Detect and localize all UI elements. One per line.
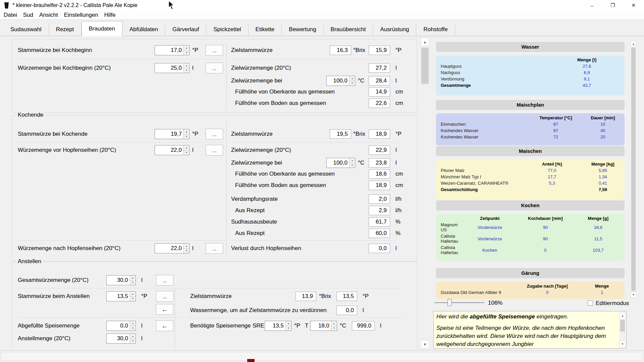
more-button[interactable]: ... — [156, 275, 173, 286]
gesamtwuerzemenge-spinbox[interactable]: 30,0 ▲▼ — [106, 275, 136, 285]
ziel-brix-field[interactable]: 13,9 — [296, 292, 316, 301]
value-field[interactable]: 2,0 — [369, 194, 390, 204]
value-field[interactable]: 999,0 — [352, 321, 375, 330]
unit-label: °Brix — [353, 131, 365, 137]
field-label: Gesamtwürzemenge (20°C) — [18, 277, 89, 284]
tab-etikette[interactable]: Etikette — [249, 23, 282, 36]
scroll-up-icon[interactable]: ▲ — [421, 38, 429, 46]
value-field[interactable]: 22,9 — [369, 145, 390, 155]
scrollbar-thumb[interactable] — [421, 48, 429, 84]
spin-down-icon: ▼ — [130, 280, 136, 285]
separator — [18, 142, 226, 142]
spin-value: 100,0 — [327, 76, 349, 85]
mouse-cursor — [168, 0, 175, 12]
sre-spinbox[interactable]: 13,5 ▲▼ — [265, 321, 291, 331]
scroll-down-icon[interactable]: ▼ — [620, 340, 626, 348]
value-field[interactable]: 27,2 — [369, 63, 390, 73]
cell-value: 7,59 — [581, 186, 625, 193]
table-total-row: Gesamtmenge43,7 — [436, 82, 625, 88]
tab-bewertung[interactable]: Bewertung — [282, 23, 323, 36]
value-field[interactable]: 60,0 — [369, 229, 390, 238]
row-zielwuerzemenge-bei: Zielwürzemenge bei 100,0 ▲▼ °C 28,4 l — [12, 75, 417, 86]
ziel-brix-field[interactable]: 16,3 — [330, 46, 351, 55]
spinner-buttons[interactable]: ▲▼ — [130, 334, 136, 343]
cell-value: 20 — [581, 134, 625, 140]
value-field[interactable]: 18,6 — [369, 169, 390, 179]
menu-sud[interactable]: Sud — [20, 12, 36, 18]
separator — [180, 288, 401, 288]
spinner-buttons[interactable]: ▲▼ — [349, 76, 355, 85]
value-field[interactable]: 61,7 — [369, 217, 390, 227]
field-label: Zielwürzemenge bei — [231, 160, 282, 166]
editiermodus-checkbox[interactable] — [588, 300, 593, 306]
menu-hilfe[interactable]: Hilfe — [101, 12, 119, 18]
menu-einstellungen[interactable]: Einstellungen — [61, 12, 101, 18]
temp-spinbox[interactable]: 100,0 ▲▼ — [326, 76, 355, 86]
unit-label: l/h — [395, 196, 401, 202]
anstellmenge-spinbox[interactable]: 30,0 ▲▼ — [106, 334, 136, 344]
spin-down-icon: ▼ — [331, 326, 337, 331]
value-field[interactable]: 22,6 — [369, 99, 390, 108]
zoom-slider-track[interactable] — [435, 302, 484, 303]
unit-label: cm — [395, 88, 403, 95]
value-field[interactable]: 18,9 — [369, 181, 390, 190]
temp-spinbox[interactable]: 18,0 ▲▼ — [310, 321, 337, 331]
unit-label: l — [395, 160, 397, 166]
spinner-buttons[interactable]: ▲▼ — [285, 321, 291, 330]
close-icon[interactable]: ✕ — [623, 0, 644, 11]
spin-up-icon: ▲ — [130, 276, 136, 280]
temp-spinbox[interactable]: 100,0 ▲▼ — [326, 158, 355, 168]
field-label: Zielstammwürze — [190, 293, 232, 300]
field-label: Aus Rezept — [235, 207, 265, 214]
scrollbar-thumb[interactable] — [631, 48, 636, 291]
scroll-up-icon[interactable]: ▲ — [631, 41, 636, 47]
value-field[interactable]: 0,0 — [369, 244, 390, 253]
tab-gaerverlauf[interactable]: Gärverlauf — [165, 23, 206, 36]
info-text: Hier wird die abgefüllte Speisemenge ein… — [436, 313, 618, 349]
value-field[interactable]: 2,9 — [369, 206, 390, 215]
value-field[interactable]: 23,8 — [369, 158, 390, 168]
scroll-down-icon[interactable]: ▼ — [631, 292, 636, 298]
sidebar-scrollbar[interactable]: ▲ ▼ — [631, 41, 636, 298]
unit-label: l/h — [395, 207, 401, 214]
row-label: Münchner Malz Typ I — [436, 174, 523, 180]
row-fuellhoehe-oberkante-kochende: Füllhöhe von Oberkante aus gemessen 18,6… — [12, 168, 417, 180]
tab-rohstoffe[interactable]: Rohstoffe — [416, 23, 455, 36]
value-field[interactable]: 28,4 — [369, 76, 390, 85]
ziel-plato-field[interactable]: 18,9 — [369, 129, 390, 139]
unit-label: °Brix — [319, 293, 331, 300]
scrollbar-thumb[interactable] — [620, 320, 625, 331]
info-scrollbar[interactable]: ▲ ▼ — [620, 312, 626, 348]
menu-datei[interactable]: Datei — [1, 12, 20, 18]
cell-value: 103,7 — [572, 244, 625, 256]
spinner-buttons[interactable]: ▲▼ — [331, 321, 337, 330]
spinner-buttons[interactable]: ▲▼ — [349, 158, 355, 168]
tab-spickzettel[interactable]: Spickzettel — [206, 23, 248, 36]
group-kochbeginn: Stammwürze bei Kochbeginn 17,0 ▲▼ °P ...… — [12, 39, 417, 113]
menu-ansicht[interactable]: Ansicht — [36, 12, 61, 18]
ziel-plato-field[interactable]: 15,9 — [369, 46, 390, 55]
ziel-brix-field[interactable]: 19,5 — [330, 129, 351, 139]
cell-value: 0,41 — [581, 180, 625, 186]
minimize-icon[interactable]: – — [582, 0, 602, 11]
tab-ausruestung[interactable]: Ausrüstung — [373, 23, 416, 36]
scroll-up-icon[interactable]: ▲ — [620, 312, 626, 319]
tab-abfuelldaten[interactable]: Abfülldaten — [122, 23, 165, 36]
ziel-plato-field[interactable]: 13,5 — [336, 292, 357, 301]
form-scrollbar[interactable]: ▲ ▼ — [421, 38, 429, 349]
tab-brauuebersicht[interactable]: Brauübersicht — [324, 23, 373, 36]
spinner-buttons[interactable]: ▲▼ — [130, 276, 136, 285]
tab-sudauswahl[interactable]: Sudauswahl — [3, 23, 49, 36]
tab-rezept[interactable]: Rezept — [49, 23, 82, 36]
row-zielstammwuerze-anstellen: Zielstammwürze 13,9 °Brix 13,5 °P — [12, 291, 417, 302]
spin-up-icon: ▲ — [130, 334, 136, 339]
maximize-icon[interactable]: ❐ — [602, 0, 623, 11]
value-field[interactable]: 0,0 — [336, 306, 357, 315]
value-field[interactable]: 14,9 — [369, 87, 390, 97]
row-label: Hauptguss — [436, 63, 549, 69]
scroll-down-icon[interactable]: ▼ — [421, 340, 429, 349]
zoom-slider-handle[interactable] — [447, 299, 452, 306]
editiermodus-label: Editiermodus — [596, 300, 629, 307]
spin-down-icon: ▼ — [286, 326, 291, 331]
tab-braudaten[interactable]: Braudaten — [82, 21, 122, 36]
